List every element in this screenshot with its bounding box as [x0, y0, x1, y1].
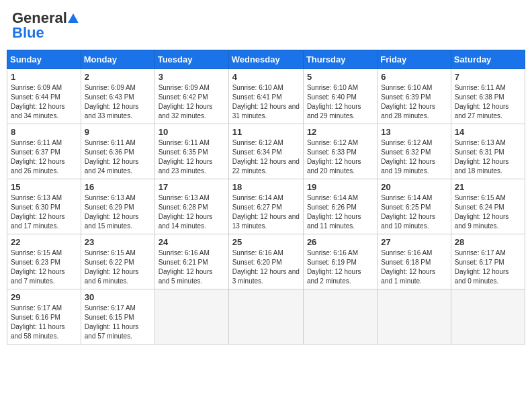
logo-arrow-icon — [68, 13, 79, 23]
day-number: 11 — [232, 127, 300, 137]
day-info: Sunrise: 6:11 AMSunset: 6:37 PMDaylight:… — [11, 138, 77, 176]
day-cell-19: 19Sunrise: 6:14 AMSunset: 6:26 PMDayligh… — [303, 179, 377, 234]
day-info: Sunrise: 6:13 AMSunset: 6:29 PMDaylight:… — [85, 193, 151, 231]
day-cell-3: 3Sunrise: 6:09 AMSunset: 6:42 PMDaylight… — [154, 69, 228, 124]
week-row-1: 8Sunrise: 6:11 AMSunset: 6:37 PMDaylight… — [7, 124, 525, 179]
day-number: 23 — [85, 237, 151, 247]
day-number: 1 — [11, 72, 77, 82]
day-number: 13 — [381, 127, 447, 137]
day-number: 21 — [455, 182, 521, 192]
day-info: Sunrise: 6:10 AMSunset: 6:41 PMDaylight:… — [232, 83, 300, 121]
day-number: 22 — [11, 237, 77, 247]
svg-marker-0 — [68, 13, 79, 23]
day-number: 12 — [307, 127, 373, 137]
day-number: 17 — [159, 182, 225, 192]
day-cell-11: 11Sunrise: 6:12 AMSunset: 6:34 PMDayligh… — [228, 124, 303, 179]
day-info: Sunrise: 6:13 AMSunset: 6:31 PMDaylight:… — [455, 138, 521, 176]
day-number: 19 — [307, 182, 373, 192]
logo-blue-part: Blue — [12, 24, 44, 42]
calendar-header-row: SundayMondayTuesdayWednesdayThursdayFrid… — [7, 50, 525, 69]
day-cell-10: 10Sunrise: 6:11 AMSunset: 6:35 PMDayligh… — [154, 124, 228, 179]
day-cell-26: 26Sunrise: 6:16 AMSunset: 6:19 PMDayligh… — [303, 234, 377, 289]
day-cell-22: 22Sunrise: 6:15 AMSunset: 6:23 PMDayligh… — [7, 234, 81, 289]
day-cell-9: 9Sunrise: 6:11 AMSunset: 6:36 PMDaylight… — [81, 124, 154, 179]
day-info: Sunrise: 6:10 AMSunset: 6:39 PMDaylight:… — [381, 83, 447, 121]
day-info: Sunrise: 6:17 AMSunset: 6:16 PMDaylight:… — [11, 304, 77, 341]
day-cell-13: 13Sunrise: 6:12 AMSunset: 6:32 PMDayligh… — [378, 124, 451, 179]
col-header-thursday: Thursday — [303, 50, 377, 69]
day-cell-18: 18Sunrise: 6:14 AMSunset: 6:27 PMDayligh… — [228, 179, 303, 234]
day-cell-4: 4Sunrise: 6:10 AMSunset: 6:41 PMDaylight… — [228, 69, 303, 124]
day-cell-27: 27Sunrise: 6:16 AMSunset: 6:18 PMDayligh… — [378, 234, 451, 289]
col-header-sunday: Sunday — [7, 50, 81, 69]
week-row-3: 22Sunrise: 6:15 AMSunset: 6:23 PMDayligh… — [7, 234, 525, 289]
day-info: Sunrise: 6:09 AMSunset: 6:43 PMDaylight:… — [85, 83, 151, 121]
day-number: 10 — [159, 127, 225, 137]
day-number: 5 — [307, 72, 373, 82]
day-info: Sunrise: 6:12 AMSunset: 6:33 PMDaylight:… — [307, 138, 373, 176]
calendar-table: SundayMondayTuesdayWednesdayThursdayFrid… — [7, 50, 525, 345]
day-info: Sunrise: 6:11 AMSunset: 6:36 PMDaylight:… — [85, 138, 151, 176]
col-header-saturday: Saturday — [451, 50, 525, 69]
empty-cell — [154, 289, 228, 345]
day-cell-20: 20Sunrise: 6:14 AMSunset: 6:25 PMDayligh… — [378, 179, 451, 234]
day-number: 8 — [11, 127, 77, 137]
day-info: Sunrise: 6:15 AMSunset: 6:24 PMDaylight:… — [455, 193, 521, 231]
day-cell-30: 30Sunrise: 6:17 AMSunset: 6:15 PMDayligh… — [81, 289, 154, 345]
day-number: 15 — [11, 182, 77, 192]
col-header-wednesday: Wednesday — [228, 50, 303, 69]
day-cell-7: 7Sunrise: 6:11 AMSunset: 6:38 PMDaylight… — [451, 69, 525, 124]
day-cell-23: 23Sunrise: 6:15 AMSunset: 6:22 PMDayligh… — [81, 234, 154, 289]
day-info: Sunrise: 6:14 AMSunset: 6:27 PMDaylight:… — [232, 193, 300, 231]
empty-cell — [228, 289, 303, 345]
day-number: 29 — [11, 292, 77, 302]
day-info: Sunrise: 6:13 AMSunset: 6:30 PMDaylight:… — [11, 193, 77, 231]
week-row-0: 1Sunrise: 6:09 AMSunset: 6:44 PMDaylight… — [7, 69, 525, 124]
day-number: 28 — [455, 237, 521, 247]
day-number: 6 — [381, 72, 447, 82]
day-info: Sunrise: 6:11 AMSunset: 6:38 PMDaylight:… — [455, 83, 521, 121]
day-info: Sunrise: 6:16 AMSunset: 6:19 PMDaylight:… — [307, 248, 373, 286]
day-info: Sunrise: 6:12 AMSunset: 6:32 PMDaylight:… — [381, 138, 447, 176]
page-header: General Blue — [7, 7, 525, 44]
col-header-monday: Monday — [81, 50, 154, 69]
day-number: 18 — [232, 182, 300, 192]
day-number: 9 — [85, 127, 151, 137]
week-row-2: 15Sunrise: 6:13 AMSunset: 6:30 PMDayligh… — [7, 179, 525, 234]
day-cell-12: 12Sunrise: 6:12 AMSunset: 6:33 PMDayligh… — [303, 124, 377, 179]
day-number: 26 — [307, 237, 373, 247]
col-header-friday: Friday — [378, 50, 451, 69]
day-number: 14 — [455, 127, 521, 137]
day-cell-8: 8Sunrise: 6:11 AMSunset: 6:37 PMDaylight… — [7, 124, 81, 179]
day-info: Sunrise: 6:15 AMSunset: 6:23 PMDaylight:… — [11, 248, 77, 286]
day-cell-15: 15Sunrise: 6:13 AMSunset: 6:30 PMDayligh… — [7, 179, 81, 234]
day-cell-14: 14Sunrise: 6:13 AMSunset: 6:31 PMDayligh… — [451, 124, 525, 179]
day-number: 25 — [232, 237, 300, 247]
day-info: Sunrise: 6:11 AMSunset: 6:35 PMDaylight:… — [159, 138, 225, 176]
day-cell-2: 2Sunrise: 6:09 AMSunset: 6:43 PMDaylight… — [81, 69, 154, 124]
day-info: Sunrise: 6:10 AMSunset: 6:40 PMDaylight:… — [307, 83, 373, 121]
empty-cell — [378, 289, 451, 345]
day-info: Sunrise: 6:14 AMSunset: 6:25 PMDaylight:… — [381, 193, 447, 231]
empty-cell — [303, 289, 377, 345]
day-cell-17: 17Sunrise: 6:13 AMSunset: 6:28 PMDayligh… — [154, 179, 228, 234]
day-info: Sunrise: 6:17 AMSunset: 6:15 PMDaylight:… — [85, 304, 151, 341]
day-cell-16: 16Sunrise: 6:13 AMSunset: 6:29 PMDayligh… — [81, 179, 154, 234]
day-info: Sunrise: 6:17 AMSunset: 6:17 PMDaylight:… — [455, 248, 521, 286]
day-cell-29: 29Sunrise: 6:17 AMSunset: 6:16 PMDayligh… — [7, 289, 81, 345]
day-cell-21: 21Sunrise: 6:15 AMSunset: 6:24 PMDayligh… — [451, 179, 525, 234]
day-number: 27 — [381, 237, 447, 247]
day-info: Sunrise: 6:13 AMSunset: 6:28 PMDaylight:… — [159, 193, 225, 231]
day-number: 7 — [455, 72, 521, 82]
day-info: Sunrise: 6:14 AMSunset: 6:26 PMDaylight:… — [307, 193, 373, 231]
day-number: 3 — [159, 72, 225, 82]
day-info: Sunrise: 6:15 AMSunset: 6:22 PMDaylight:… — [85, 248, 151, 286]
empty-cell — [451, 289, 525, 345]
day-info: Sunrise: 6:16 AMSunset: 6:18 PMDaylight:… — [381, 248, 447, 286]
day-cell-24: 24Sunrise: 6:16 AMSunset: 6:21 PMDayligh… — [154, 234, 228, 289]
day-info: Sunrise: 6:16 AMSunset: 6:21 PMDaylight:… — [159, 248, 225, 286]
day-number: 16 — [85, 182, 151, 192]
day-cell-28: 28Sunrise: 6:17 AMSunset: 6:17 PMDayligh… — [451, 234, 525, 289]
day-cell-5: 5Sunrise: 6:10 AMSunset: 6:40 PMDaylight… — [303, 69, 377, 124]
day-cell-1: 1Sunrise: 6:09 AMSunset: 6:44 PMDaylight… — [7, 69, 81, 124]
